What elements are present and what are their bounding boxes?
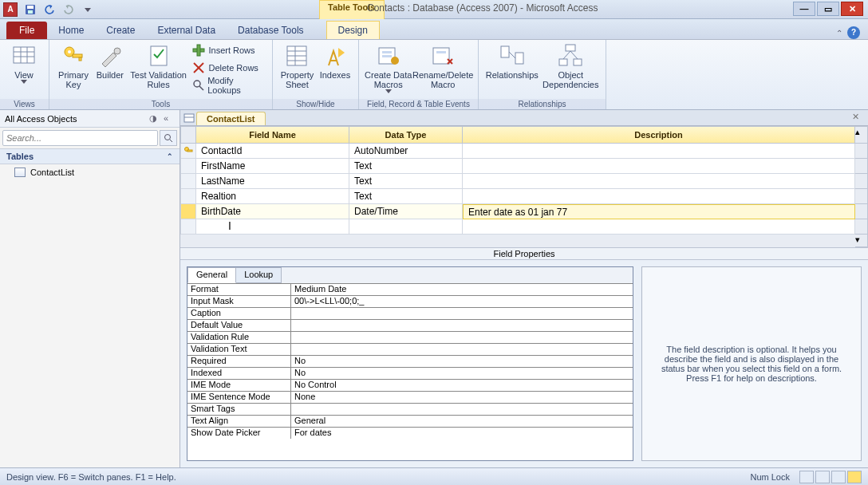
- property-value[interactable]: No: [291, 356, 633, 367]
- property-value[interactable]: No Control: [291, 380, 633, 391]
- col-field-name[interactable]: Field Name: [196, 126, 349, 144]
- help-icon[interactable]: ?: [847, 26, 860, 39]
- property-value[interactable]: General: [291, 416, 633, 427]
- property-row[interactable]: Smart Tags: [187, 403, 633, 415]
- property-row[interactable]: Caption: [187, 307, 633, 319]
- insert-rows-button[interactable]: Insert Rows: [189, 41, 267, 59]
- property-value[interactable]: None: [291, 392, 633, 403]
- col-description[interactable]: Description: [463, 126, 855, 144]
- doc-close-button[interactable]: ✕: [852, 112, 865, 124]
- modify-lookups-button[interactable]: Modify Lookups: [189, 77, 267, 94]
- table-row[interactable]: FirstNameText: [180, 159, 868, 174]
- property-value[interactable]: [291, 404, 633, 415]
- property-row[interactable]: Input Mask00\->L<LL\-00;0;_: [187, 295, 633, 307]
- redo-icon[interactable]: [61, 2, 77, 17]
- tab-database-tools[interactable]: Database Tools: [227, 22, 315, 39]
- nav-item-contactlist[interactable]: ContactList: [0, 164, 180, 180]
- maximize-button[interactable]: ▭: [817, 2, 839, 16]
- cell-field-name[interactable]: I: [196, 219, 349, 235]
- view-pivot-button[interactable]: [815, 471, 830, 483]
- cell-data-type[interactable]: Text: [349, 174, 463, 189]
- create-data-macros-button[interactable]: Create Data Macros: [364, 41, 412, 97]
- cell-description[interactable]: [463, 159, 855, 174]
- property-row[interactable]: Validation Rule: [187, 331, 633, 343]
- builder-button[interactable]: Builder: [93, 41, 128, 97]
- property-row[interactable]: Show Date PickerFor dates: [187, 427, 633, 439]
- relationships-button[interactable]: Relationships: [483, 41, 541, 97]
- minimize-button[interactable]: —: [793, 2, 815, 16]
- doc-tab-contactlist[interactable]: ContactList: [196, 112, 266, 125]
- cell-field-name[interactable]: FirstName: [196, 159, 349, 174]
- view-chart-button[interactable]: [831, 471, 846, 483]
- property-value[interactable]: 00\->L<LL\-00;0;_: [291, 296, 633, 307]
- cell-field-name[interactable]: ContactId: [196, 144, 349, 159]
- property-row[interactable]: Text AlignGeneral: [187, 415, 633, 427]
- cell-data-type[interactable]: [349, 219, 463, 235]
- nav-header[interactable]: All Access Objects ◑ «: [0, 110, 180, 128]
- table-row[interactable]: BirthDateDate/TimeEnter date as 01 jan 7…: [180, 204, 868, 219]
- property-value[interactable]: For dates: [291, 428, 633, 439]
- property-value[interactable]: [291, 320, 633, 331]
- cell-field-name[interactable]: LastName: [196, 174, 349, 189]
- save-icon[interactable]: [22, 2, 38, 17]
- property-row[interactable]: IME Sentence ModeNone: [187, 391, 633, 403]
- indexes-button[interactable]: Indexes: [317, 41, 353, 97]
- col-data-type[interactable]: Data Type: [349, 126, 463, 144]
- tab-create[interactable]: Create: [95, 22, 146, 39]
- svg-rect-44: [187, 150, 192, 152]
- cell-data-type[interactable]: Date/Time: [349, 204, 463, 219]
- property-value[interactable]: [291, 308, 633, 319]
- nav-search-input[interactable]: [2, 130, 158, 146]
- property-row[interactable]: Default Value: [187, 319, 633, 331]
- view-button[interactable]: View: [5, 41, 43, 97]
- cell-description[interactable]: [463, 189, 855, 204]
- nav-section-tables[interactable]: Tables⌃: [0, 148, 180, 164]
- cell-data-type[interactable]: Text: [349, 189, 463, 204]
- object-dependencies-button[interactable]: Object Dependencies: [541, 41, 601, 97]
- delete-rows-button[interactable]: Delete Rows: [189, 59, 267, 77]
- table-row[interactable]: ContactIdAutoNumber: [180, 144, 868, 159]
- table-row[interactable]: LastNameText: [180, 174, 868, 189]
- test-validation-button[interactable]: Test Validation Rules: [128, 41, 190, 97]
- scroll-down-button[interactable]: ▾: [855, 235, 868, 247]
- cell-field-name[interactable]: Realtion: [196, 189, 349, 204]
- property-row[interactable]: IME ModeNo Control: [187, 379, 633, 391]
- qat-dropdown-icon[interactable]: [80, 2, 96, 17]
- view-datasheet-button[interactable]: [799, 471, 814, 483]
- property-row[interactable]: FormatMedium Date: [187, 283, 633, 295]
- nav-collapse-icon[interactable]: «: [164, 113, 175, 124]
- delete-rows-icon: [192, 61, 205, 74]
- cell-data-type[interactable]: Text: [349, 159, 463, 174]
- property-row[interactable]: RequiredNo: [187, 355, 633, 367]
- close-button[interactable]: ✕: [841, 2, 863, 16]
- tab-design[interactable]: Design: [326, 21, 380, 39]
- cell-description[interactable]: [463, 219, 855, 235]
- rename-delete-macro-button[interactable]: Rename/Delete Macro: [412, 41, 473, 97]
- tab-external-data[interactable]: External Data: [146, 22, 227, 39]
- cell-description[interactable]: [463, 144, 855, 159]
- property-value[interactable]: No: [291, 368, 633, 379]
- scroll-up-button[interactable]: ▴: [855, 126, 868, 144]
- property-sheet-button[interactable]: Property Sheet: [278, 41, 317, 97]
- tab-home[interactable]: Home: [47, 22, 95, 39]
- minimize-ribbon-icon[interactable]: ⌃: [836, 29, 842, 37]
- nav-filter-icon[interactable]: ◑: [149, 113, 160, 124]
- property-value[interactable]: Medium Date: [291, 284, 633, 295]
- property-value[interactable]: [291, 332, 633, 343]
- tab-lookup[interactable]: Lookup: [236, 267, 282, 283]
- property-row[interactable]: Validation Text: [187, 343, 633, 355]
- property-value[interactable]: [291, 344, 633, 355]
- view-design-button[interactable]: [847, 471, 862, 483]
- file-tab[interactable]: File: [6, 22, 47, 39]
- property-row[interactable]: IndexedNo: [187, 367, 633, 379]
- table-row[interactable]: RealtionText: [180, 189, 868, 204]
- cell-data-type[interactable]: AutoNumber: [349, 144, 463, 159]
- primary-key-button[interactable]: Primary Key: [54, 41, 93, 97]
- nav-search-button[interactable]: [160, 130, 177, 146]
- tab-general[interactable]: General: [187, 267, 236, 283]
- table-row-empty[interactable]: I: [180, 219, 868, 235]
- cell-description[interactable]: [463, 174, 855, 189]
- cell-description[interactable]: Enter date as 01 jan 77: [463, 204, 855, 219]
- undo-icon[interactable]: [41, 2, 57, 17]
- cell-field-name[interactable]: BirthDate: [196, 204, 349, 219]
